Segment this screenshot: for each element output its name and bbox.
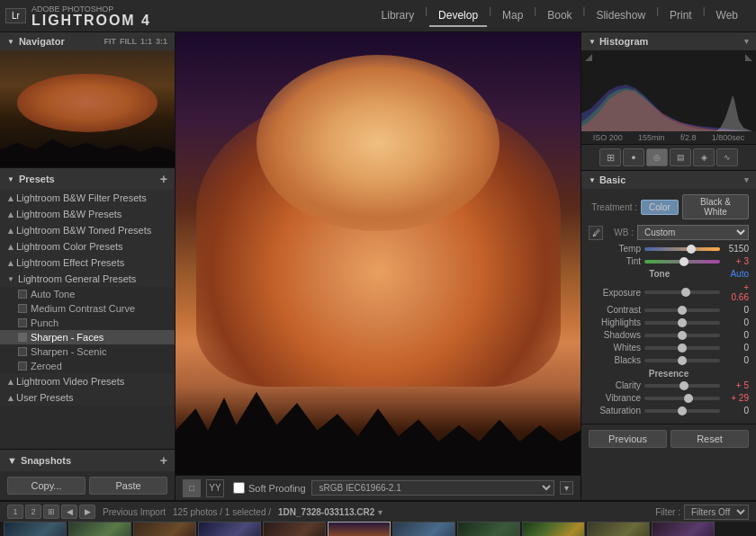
- bw-label: Lightroom B&W Presets: [16, 209, 122, 219]
- presets-header[interactable]: ▼ Presets +: [0, 168, 175, 190]
- film-thumb-2[interactable]: [68, 522, 131, 536]
- adj-brush-tool[interactable]: ∿: [716, 148, 738, 166]
- film-thumb-5[interactable]: [263, 522, 326, 536]
- nav-library[interactable]: Library: [373, 5, 424, 27]
- color-button[interactable]: Color: [641, 200, 679, 215]
- soft-proof-label[interactable]: Soft Proofing: [248, 483, 306, 494]
- preset-sharpen-scenic[interactable]: Sharpen - Scenic: [0, 344, 175, 359]
- nav-3-1[interactable]: 3:1: [156, 37, 167, 46]
- wb-select[interactable]: Custom As Shot Auto: [637, 225, 749, 240]
- soft-proof-checkbox[interactable]: [233, 482, 245, 494]
- redeye-tool[interactable]: ◎: [646, 148, 668, 166]
- preset-group-bw-header[interactable]: ▶ Lightroom B&W Presets: [0, 206, 175, 222]
- temp-slider[interactable]: [644, 247, 720, 251]
- paste-button[interactable]: Paste: [89, 477, 167, 495]
- film-thumb-11[interactable]: [652, 522, 715, 536]
- preset-medium-contrast[interactable]: Medium Contrast Curve: [0, 301, 175, 316]
- film-thumb-selected[interactable]: [328, 522, 391, 536]
- nav-web[interactable]: Web: [707, 5, 747, 27]
- view-single-button[interactable]: 1: [7, 505, 23, 519]
- shadow-clipping-warning[interactable]: [585, 54, 592, 61]
- auto-button[interactable]: Auto: [730, 269, 749, 279]
- preset-group-video-header[interactable]: ▶ Lightroom Video Presets: [0, 373, 175, 389]
- film-thumb-8[interactable]: [457, 522, 520, 536]
- preset-sharpen-faces[interactable]: Sharpen - Faces: [0, 330, 175, 344]
- snapshots-label: Snapshots: [21, 455, 71, 466]
- prev-arrow-button[interactable]: ◀: [61, 505, 77, 519]
- view-normal-button[interactable]: □: [183, 479, 201, 497]
- nav-print[interactable]: Print: [661, 5, 701, 27]
- top-cloud: [256, 55, 500, 232]
- main-image: [176, 32, 580, 475]
- whites-slider[interactable]: [644, 346, 720, 350]
- film-thumb-10[interactable]: [587, 522, 650, 536]
- film-thumb-9[interactable]: [522, 522, 585, 536]
- grid-view-button[interactable]: ⊞: [43, 505, 59, 519]
- spot-heal-tool[interactable]: ●: [623, 148, 644, 166]
- saturation-slider[interactable]: [644, 409, 720, 413]
- histogram-menu-icon[interactable]: ▾: [744, 37, 749, 46]
- highlight-clipping-warning[interactable]: [745, 54, 752, 61]
- contrast-slider[interactable]: [644, 308, 720, 312]
- bw-button[interactable]: Black & White: [682, 194, 749, 219]
- histogram-header[interactable]: ▼ Histogram ▾: [581, 32, 756, 50]
- prev-import-label[interactable]: Previous Import: [103, 507, 166, 517]
- reset-button[interactable]: Reset: [670, 430, 749, 448]
- contrast-row: Contrast 0: [589, 305, 749, 315]
- view-compare-button[interactable]: YY: [206, 479, 224, 497]
- preset-group-color-header[interactable]: ▶ Lightroom Color Presets: [0, 238, 175, 255]
- film-thumb-7[interactable]: [392, 522, 455, 536]
- contrast-label: Contrast: [589, 305, 641, 315]
- eyedrop-tool[interactable]: 🖉: [589, 226, 603, 240]
- contrast-thumb: [678, 306, 687, 315]
- basic-menu-icon[interactable]: ▾: [744, 175, 749, 184]
- nav-develop[interactable]: Develop: [429, 5, 487, 27]
- color-tri: ▶: [6, 244, 14, 249]
- image-area[interactable]: [176, 32, 580, 475]
- soft-proof-select[interactable]: sRGB IEC61966-2.1: [311, 480, 554, 496]
- preset-group-general-header[interactable]: ▼ Lightroom General Presets: [0, 271, 175, 287]
- clarity-slider[interactable]: [644, 384, 720, 388]
- snapshots-add-button[interactable]: +: [160, 453, 167, 468]
- next-arrow-button[interactable]: ▶: [79, 505, 95, 519]
- blacks-slider[interactable]: [644, 359, 720, 362]
- soft-proof-dropdown[interactable]: ▾: [560, 481, 573, 495]
- vibrance-slider[interactable]: [644, 397, 720, 400]
- nav-book[interactable]: Book: [538, 5, 580, 27]
- navigator-header[interactable]: ▼ Navigator FIT FILL 1:1 3:1: [0, 32, 175, 50]
- preset-icon-auto-tone: [18, 290, 27, 299]
- shadows-slider[interactable]: [644, 334, 720, 337]
- copy-button[interactable]: Copy...: [7, 477, 86, 495]
- preset-group-bw-toned-header[interactable]: ▶ Lightroom B&W Toned Presets: [0, 222, 175, 238]
- preset-zeroed-label: Zeroed: [31, 361, 62, 371]
- tint-slider[interactable]: [644, 260, 720, 264]
- preset-group-user-header[interactable]: ▶ User Presets: [0, 389, 175, 406]
- film-thumb-3[interactable]: [133, 522, 196, 536]
- film-thumb-1[interactable]: [4, 522, 67, 536]
- highlights-slider[interactable]: [644, 321, 720, 325]
- nav-map[interactable]: Map: [493, 5, 532, 27]
- nav-1-1[interactable]: 1:1: [140, 37, 152, 46]
- preset-zeroed[interactable]: Zeroed: [0, 359, 175, 373]
- preset-group-effect-header[interactable]: ▶ Lightroom Effect Presets: [0, 255, 175, 271]
- preset-auto-tone[interactable]: Auto Tone: [0, 287, 175, 301]
- preset-group-general: ▼ Lightroom General Presets Auto Tone Me…: [0, 271, 175, 373]
- exposure-slider[interactable]: [644, 290, 720, 294]
- previous-button[interactable]: Previous: [589, 430, 667, 448]
- film-thumb-4[interactable]: [198, 522, 261, 536]
- grad-filter-tool[interactable]: ▤: [670, 148, 691, 166]
- preset-group-bw-filter-header[interactable]: ▶ Lightroom B&W Filter Presets: [0, 190, 175, 206]
- nav-fill[interactable]: FILL: [120, 37, 137, 46]
- filename-dropdown[interactable]: ▾: [378, 507, 382, 517]
- filter-select[interactable]: Filters Off Flagged Rated: [684, 505, 749, 520]
- presets-add-button[interactable]: +: [160, 172, 167, 186]
- nav-fit[interactable]: FIT: [104, 37, 116, 46]
- view-double-button[interactable]: 2: [25, 505, 41, 519]
- preset-punch[interactable]: Punch: [0, 316, 175, 330]
- nav-slideshow[interactable]: Slideshow: [587, 5, 654, 27]
- crop-tool[interactable]: ⊞: [599, 148, 621, 166]
- radial-filter-tool[interactable]: ◈: [693, 148, 715, 166]
- adobe-text: ADOBE PHOTOSHOP: [32, 4, 151, 13]
- basic-header[interactable]: ▼ Basic ▾: [581, 171, 756, 189]
- hist-focal: 155min: [638, 133, 665, 142]
